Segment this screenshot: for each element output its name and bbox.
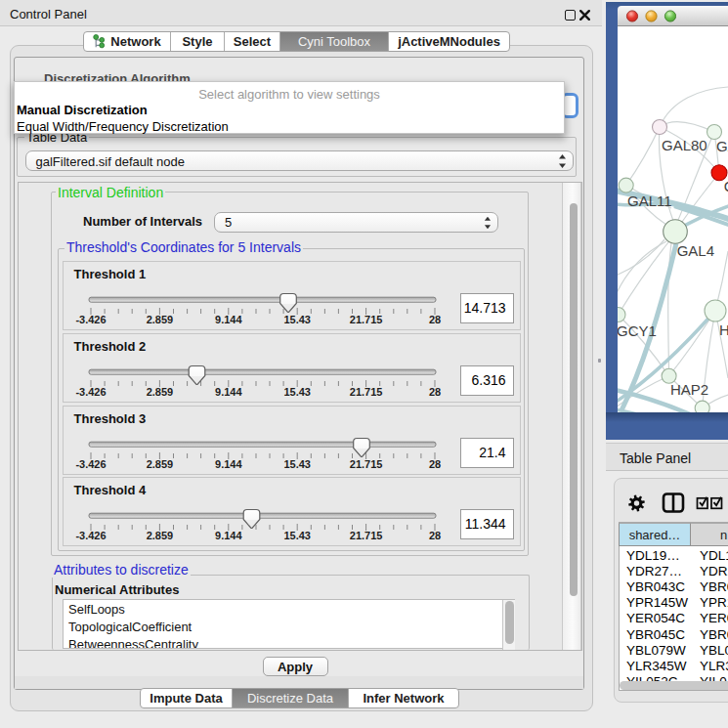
svg-text:28: 28 [429,386,441,398]
svg-text:9.144: 9.144 [215,458,242,470]
svg-text:21.715: 21.715 [350,314,383,325]
svg-text:-3.426: -3.426 [75,458,106,470]
svg-text:GAL80: GAL80 [662,137,707,153]
svg-text:9.144: 9.144 [215,314,242,325]
svg-text:28: 28 [429,458,441,470]
svg-text:9.144: 9.144 [215,530,242,541]
svg-text:15.43: 15.43 [283,386,311,398]
svg-text:28: 28 [429,530,441,541]
svg-text:28: 28 [429,314,441,325]
svg-text:21.715: 21.715 [350,530,383,541]
svg-text:15.43: 15.43 [283,314,311,325]
svg-text:15.43: 15.43 [283,530,311,541]
svg-text:GAL3: GAL3 [716,138,728,154]
svg-text:GCY1: GCY1 [618,322,657,339]
svg-text:21.715: 21.715 [350,458,383,470]
svg-text:GAL11: GAL11 [627,193,672,209]
svg-text:2.859: 2.859 [147,458,174,470]
svg-text:CD: CD [724,178,728,194]
svg-text:-3.426: -3.426 [75,386,106,398]
svg-text:2.859: 2.859 [147,314,174,325]
svg-text:15.43: 15.43 [283,458,311,470]
svg-text:HIS: HIS [719,321,728,338]
svg-text:9.144: 9.144 [215,386,242,398]
svg-text:2.859: 2.859 [147,386,174,398]
svg-text:HAP2: HAP2 [670,381,708,398]
svg-text:2.859: 2.859 [147,530,174,541]
svg-text:21.715: 21.715 [350,386,383,398]
svg-text:GAL4: GAL4 [677,242,714,259]
svg-text:-3.426: -3.426 [75,530,106,541]
svg-text:-3.426: -3.426 [75,314,106,325]
